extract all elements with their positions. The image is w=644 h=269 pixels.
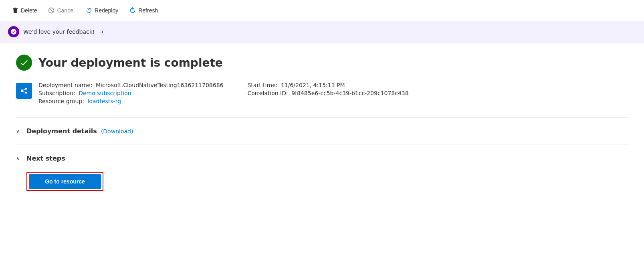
svg-line-7 (23, 89, 25, 90)
divider-2 (16, 145, 628, 145)
svg-point-6 (25, 92, 27, 94)
feedback-arrow: → (99, 29, 103, 35)
delete-icon (12, 7, 18, 14)
delete-button[interactable]: Delete (8, 5, 41, 16)
correlation-row: Correlation ID: 9f8485e6-cc5b-4c39-b1cc-… (247, 90, 408, 96)
resource-group-link[interactable]: loadtests-rg (87, 98, 121, 104)
start-time-label: Start time: (247, 82, 277, 88)
info-details-right: Start time: 11/6/2021, 4:15:11 PM Correl… (247, 82, 408, 96)
deployment-name-value: Microsoft.CloudNativeTesting163621170868… (96, 82, 224, 88)
deployment-name-label: Deployment name: (38, 82, 93, 88)
deployment-details-section[interactable]: ∨ Deployment details (Download) (16, 124, 628, 138)
refresh-icon (129, 7, 136, 14)
next-steps-content: Go to resource (16, 165, 628, 191)
refresh-button[interactable]: Refresh (125, 5, 162, 16)
feedback-icon (8, 26, 19, 37)
next-steps-title: Next steps (26, 155, 65, 162)
svg-line-8 (23, 92, 25, 92)
subscription-row: Subscription: Demo subscription (38, 90, 223, 96)
feedback-banner[interactable]: We'd love your feedback! → (0, 21, 644, 43)
correlation-value: 9f8485e6-cc5b-4c39-b1cc-209c1078c438 (291, 90, 408, 96)
download-link[interactable]: (Download) (101, 128, 133, 134)
divider-1 (16, 117, 628, 118)
correlation-label: Correlation ID: (247, 90, 288, 96)
go-to-resource-highlight: Go to resource (26, 172, 103, 191)
subscription-label: Subscription: (38, 90, 75, 96)
main-content: Your deployment is complete Deployment n… (0, 43, 644, 203)
start-time-value: 11/6/2021, 4:15:11 PM (281, 82, 345, 88)
svg-point-4 (21, 90, 24, 92)
redeploy-button[interactable]: Redeploy (82, 5, 122, 16)
info-left: Deployment name: Microsoft.CloudNativeTe… (16, 82, 223, 104)
resource-group-label: Resource group: (38, 98, 84, 104)
success-icon (16, 55, 32, 71)
redeploy-label: Redeploy (95, 7, 118, 14)
cancel-label: Cancel (57, 7, 75, 14)
deployment-header: Your deployment is complete (16, 55, 628, 71)
delete-label: Delete (21, 7, 37, 14)
resource-group-row: Resource group: loadtests-rg (38, 98, 223, 104)
next-steps-chevron: ∧ (16, 156, 22, 161)
deployment-title: Your deployment is complete (38, 56, 223, 69)
next-steps-section-header[interactable]: ∧ Next steps (16, 151, 628, 165)
subscription-link[interactable]: Demo subscription (79, 90, 131, 96)
details-chevron: ∨ (16, 128, 22, 134)
refresh-label: Refresh (138, 7, 158, 14)
cancel-button[interactable]: Cancel (44, 5, 79, 16)
svg-rect-0 (14, 8, 16, 8)
svg-point-5 (25, 88, 27, 90)
cancel-icon (48, 7, 55, 14)
go-to-resource-button[interactable]: Go to resource (29, 174, 101, 189)
svg-rect-1 (13, 8, 18, 9)
start-time-row: Start time: 11/6/2021, 4:15:11 PM (247, 82, 408, 88)
info-details-left: Deployment name: Microsoft.CloudNativeTe… (38, 82, 223, 104)
deployment-name-row: Deployment name: Microsoft.CloudNativeTe… (38, 82, 223, 88)
resource-type-icon (16, 83, 32, 99)
redeploy-icon (86, 7, 92, 14)
svg-line-3 (50, 9, 53, 12)
toolbar: Delete Cancel Redeploy (0, 0, 644, 21)
details-title: Deployment details (26, 127, 97, 135)
feedback-text: We'd love your feedback! (23, 29, 95, 35)
deployment-info: Deployment name: Microsoft.CloudNativeTe… (16, 82, 628, 104)
